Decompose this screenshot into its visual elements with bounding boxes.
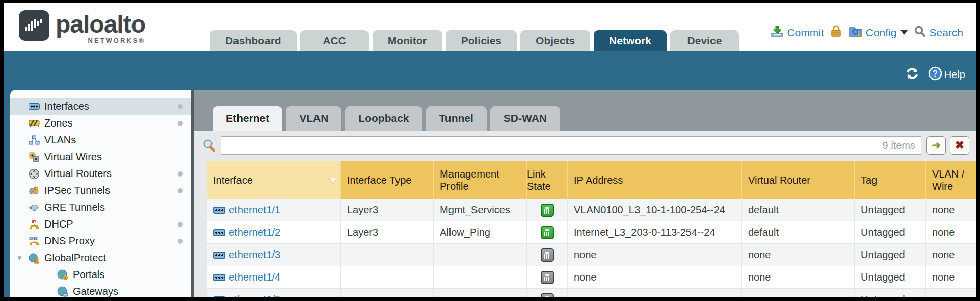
ethernet-interface-icon — [213, 252, 225, 259]
main-panel: Ethernet VLAN Loopback Tunnel SD-WAN 9 i… — [194, 90, 976, 297]
filter-input[interactable] — [221, 136, 921, 155]
help-icon: ? — [928, 66, 942, 83]
sidebar-item-portals[interactable]: Portals — [10, 266, 191, 283]
paloalto-logo: paloalto NETWORKS® — [19, 10, 145, 44]
vlan-wire-cell: none — [926, 266, 976, 288]
apply-filter-button[interactable]: ➜ — [926, 136, 946, 155]
refresh-icon[interactable] — [905, 66, 920, 83]
sidebar-item-zones[interactable]: Zones — [10, 115, 191, 132]
link-down-icon — [541, 271, 554, 284]
tab-dashboard[interactable]: Dashboard — [210, 30, 297, 51]
vlan-wire-cell: none — [926, 289, 976, 297]
link-down-icon — [541, 248, 554, 262]
interface-type-cell — [341, 244, 434, 266]
interface-type-cell: Layer3 — [341, 199, 434, 221]
column-header-vlan-wire[interactable]: VLAN / Wire — [926, 161, 976, 199]
dns-proxy-icon: DNS — [29, 236, 40, 247]
brand-subtitle: NETWORKS® — [88, 37, 145, 44]
interface-subtabs: Ethernet VLAN Loopback Tunnel SD-WAN — [194, 90, 976, 131]
interface-link[interactable]: ethernet1/2 — [213, 227, 280, 238]
ethernet-interface-icon — [213, 229, 225, 236]
config-menu[interactable]: Config — [849, 24, 908, 40]
subtab-ethernet[interactable]: Ethernet — [213, 106, 282, 131]
clear-filter-button[interactable]: ✖ — [950, 136, 969, 155]
ethernet-interface-icon — [213, 207, 225, 214]
network-sidebar: Interfaces Zones VLANs Virtual Wires Vir — [10, 90, 191, 297]
gateways-icon — [57, 286, 68, 297]
column-header-link-state[interactable]: Link State — [527, 161, 568, 199]
sidebar-item-gateways[interactable]: Gateways — [10, 283, 191, 297]
interface-link[interactable]: ethernet1/1 — [213, 204, 280, 216]
sidebar-item-vlans[interactable]: VLANs — [10, 132, 191, 148]
subtab-sdwan[interactable]: SD-WAN — [490, 106, 560, 131]
ip-address-cell: VLAN0100_L3_10-1-100-254--24 — [568, 199, 742, 221]
tag-cell: Untagged — [855, 266, 926, 288]
expand-triangle-icon[interactable]: ▼ — [16, 254, 23, 262]
vlans-icon — [29, 135, 40, 146]
tab-objects[interactable]: Objects — [520, 30, 590, 51]
sidebar-item-gre-tunnels[interactable]: GRE Tunnels — [10, 199, 191, 216]
table-row: ethernet1/2 Layer3 Allow_Ping Internet_L… — [207, 221, 976, 244]
tab-network[interactable]: Network — [594, 30, 667, 51]
search-button[interactable]: Search — [914, 25, 963, 40]
column-header-virtual-router[interactable]: Virtual Router — [742, 161, 855, 199]
virtual-router-cell: default — [742, 199, 855, 221]
tag-cell: Untagged — [855, 221, 926, 243]
link-state-cell — [527, 199, 568, 221]
column-header-interface[interactable]: Interface — [207, 161, 341, 199]
virtual-router-cell: none — [742, 266, 855, 288]
filter-search-icon — [202, 139, 216, 154]
header-quick-links: Commit Con — [771, 24, 963, 40]
tab-monitor[interactable]: Monitor — [373, 30, 442, 51]
globalprotect-icon — [29, 253, 40, 264]
sidebar-item-ipsec-tunnels[interactable]: IPSec Tunnels — [10, 182, 191, 199]
gre-tunnels-icon — [29, 202, 40, 213]
tab-device[interactable]: Device — [670, 30, 739, 51]
management-profile-cell — [434, 266, 527, 288]
link-state-cell — [527, 266, 568, 288]
column-header-management-profile[interactable]: Management Profile — [434, 161, 527, 199]
sidebar-item-virtual-wires[interactable]: Virtual Wires — [10, 148, 191, 165]
virtual-routers-icon — [29, 168, 40, 180]
commit-button[interactable]: Commit — [771, 25, 824, 40]
sidebar-item-virtual-routers[interactable]: Virtual Routers — [10, 165, 191, 182]
red-x-icon: ✖ — [955, 139, 964, 152]
lock-icon[interactable] — [830, 24, 842, 40]
ip-address-cell: none — [568, 266, 742, 288]
sidebar-item-dhcp[interactable]: IP DHCP — [10, 216, 191, 233]
interface-link[interactable]: ethernet1/5 — [213, 294, 280, 297]
vlan-wire-cell: none — [926, 221, 976, 243]
green-arrow-icon: ➜ — [932, 139, 941, 152]
svg-text:?: ? — [933, 69, 938, 78]
interface-link[interactable]: ethernet1/3 — [213, 249, 280, 261]
sidebar-item-interfaces[interactable]: Interfaces — [10, 98, 191, 115]
virtual-wires-icon — [29, 152, 40, 163]
management-profile-cell: Mgmt_Services — [434, 199, 527, 221]
interfaces-table: Interface Interface Type Management Prof… — [207, 161, 976, 297]
sort-dropdown-icon[interactable] — [329, 178, 337, 183]
help-button[interactable]: ? Help — [928, 66, 965, 83]
tag-cell: Untagged — [855, 199, 926, 221]
tab-acc[interactable]: ACC — [300, 30, 369, 51]
top-header: paloalto NETWORKS® Dashboard ACC Monitor… — [4, 3, 976, 51]
link-state-cell — [527, 289, 568, 297]
column-header-interface-type[interactable]: Interface Type — [341, 161, 434, 199]
search-icon — [914, 25, 926, 40]
interface-link[interactable]: ethernet1/4 — [213, 271, 280, 283]
dhcp-icon: IP — [29, 219, 40, 230]
sidebar-item-dns-proxy[interactable]: DNS DNS Proxy — [10, 233, 191, 249]
subtab-tunnel[interactable]: Tunnel — [426, 106, 487, 131]
virtual-router-cell: none — [742, 289, 855, 297]
column-header-tag[interactable]: Tag — [855, 161, 926, 199]
tab-policies[interactable]: Policies — [446, 30, 517, 51]
sidebar-item-globalprotect[interactable]: ▼ GlobalProtect — [10, 249, 191, 266]
ethernet-content: 9 items ➜ ✖ Interface Interface Type Man… — [194, 131, 976, 297]
secondary-toolbar: ? Help — [4, 51, 976, 90]
interface-type-cell: Layer3 — [341, 221, 434, 243]
link-down-icon — [541, 293, 554, 298]
vlan-wire-cell: none — [926, 244, 976, 266]
subtab-vlan[interactable]: VLAN — [286, 106, 341, 131]
subtab-loopback[interactable]: Loopback — [345, 106, 422, 131]
column-header-ip-address[interactable]: IP Address — [568, 161, 742, 199]
commit-icon — [771, 25, 784, 40]
